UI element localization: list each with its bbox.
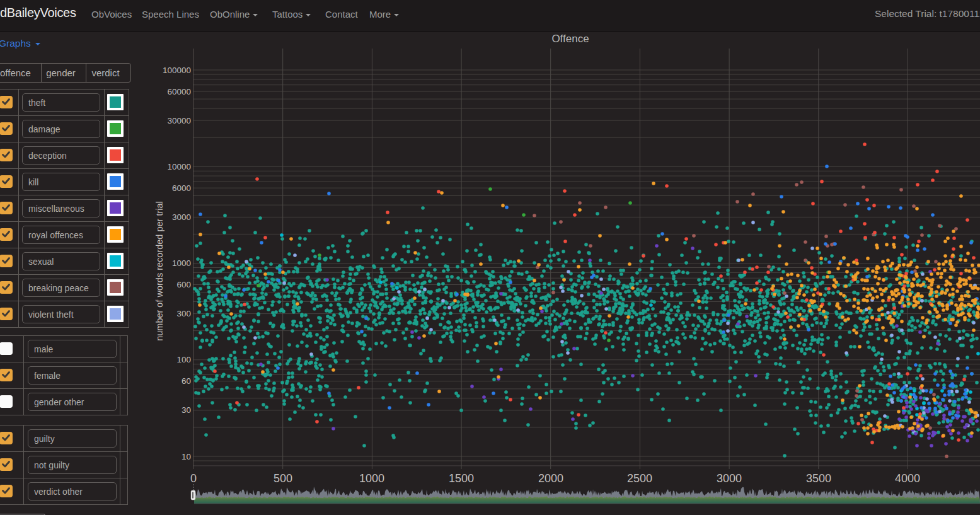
svg-text:600: 600 <box>176 280 191 289</box>
svg-text:10000: 10000 <box>167 162 191 171</box>
svg-text:3000: 3000 <box>172 212 191 222</box>
svg-text:100: 100 <box>176 355 191 364</box>
svg-text:30000: 30000 <box>167 116 191 125</box>
svg-text:60: 60 <box>182 376 191 386</box>
svg-text:Offence: Offence <box>551 33 589 45</box>
svg-text:1000: 1000 <box>172 258 191 268</box>
svg-text:4000: 4000 <box>895 472 920 485</box>
svg-text:2500: 2500 <box>627 472 652 485</box>
svg-text:number of words recorded per t: number of words recorded per trial <box>154 201 164 341</box>
svg-text:300: 300 <box>176 309 191 318</box>
svg-text:2000: 2000 <box>538 472 563 485</box>
svg-text:500: 500 <box>274 472 292 485</box>
svg-text:6000: 6000 <box>172 183 191 193</box>
svg-text:30: 30 <box>182 405 191 415</box>
svg-text:0: 0 <box>190 472 197 485</box>
svg-text:1000: 1000 <box>359 472 384 485</box>
svg-text:1500: 1500 <box>449 472 474 485</box>
svg-text:60000: 60000 <box>167 87 191 96</box>
svg-text:3500: 3500 <box>806 472 831 485</box>
svg-text:10: 10 <box>182 452 191 461</box>
svg-text:3000: 3000 <box>717 472 742 485</box>
svg-text:100000: 100000 <box>163 66 191 75</box>
